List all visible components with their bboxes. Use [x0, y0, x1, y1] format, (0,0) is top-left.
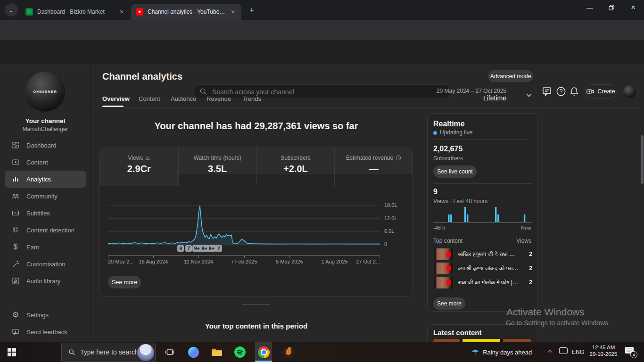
sidebar-item-subtitles[interactable]: Subtitles — [5, 205, 86, 222]
sidebar-item-dashboard[interactable]: Dashboard — [5, 137, 86, 154]
help-icon[interactable]: ? — [555, 86, 567, 97]
divider — [433, 140, 532, 140]
sidebar-item-audio-library[interactable]: Audio library — [5, 272, 86, 289]
new-tab-button[interactable]: + — [246, 5, 257, 16]
top-content-row[interactable]: क्या श्री कृष्णा जांबन्द को पराजित ... 2 — [433, 263, 532, 275]
sidebar-item-content[interactable]: Content — [5, 154, 86, 171]
feedback-icon[interactable] — [541, 86, 553, 97]
metric-value: +2.0L — [257, 164, 335, 174]
sidebar-item-content-detection[interactable]: © Content detection — [5, 222, 86, 239]
svg-text:?: ? — [560, 88, 563, 95]
chart-badge[interactable]: 7 — [185, 245, 192, 252]
video-views: 2 — [529, 251, 532, 257]
top-content-column-header: Top content — [433, 238, 462, 244]
channel-avatar-small[interactable] — [623, 85, 636, 98]
youtube-favicon — [136, 8, 143, 16]
sidebar-item-community[interactable]: Community — [5, 188, 86, 205]
create-label: Create — [597, 88, 615, 95]
browser-tab-dashboard[interactable]: Dashboard - Bizkro Market × — [21, 4, 130, 20]
window-close-button[interactable]: × — [622, 0, 644, 15]
page-title: Channel analytics — [102, 71, 182, 82]
section-divider — [242, 304, 270, 304]
notifications-bell-icon[interactable] — [569, 86, 580, 97]
notification-center-button[interactable]: 4 — [625, 346, 634, 355]
chart-badge[interactable]: 9+ — [207, 245, 216, 252]
sidebar-item-customisation[interactable]: Customisation — [5, 255, 86, 272]
close-icon[interactable]: × — [229, 8, 237, 16]
x-axis-tick: 16 Aug 2024 — [139, 259, 168, 264]
language-indicator[interactable]: ENG — [572, 349, 584, 355]
search-icon — [68, 349, 75, 356]
metric-value: — — [335, 164, 413, 174]
send-feedback-icon — [11, 328, 20, 336]
sidebar-item-label: Content — [26, 159, 48, 166]
analytics-chart-card: Views⚠ 2.9Cr Watch time (hours) 3.5L Sub… — [99, 148, 413, 296]
task-view-button[interactable] — [160, 342, 179, 362]
x-axis-tick: 11 Nov 2024 — [184, 259, 213, 264]
chart-badge[interactable]: 2 — [215, 245, 222, 252]
create-button[interactable]: Create — [585, 84, 617, 99]
sidebar-item-send-feedback[interactable]: Send feedback — [5, 323, 86, 340]
views-column-header: Views — [516, 238, 531, 244]
tray-chevron-up-icon[interactable] — [548, 349, 553, 354]
taskbar-clock[interactable]: 12:45 AM 29-10-2025 — [586, 345, 620, 357]
taskbar-search-input[interactable] — [80, 348, 137, 356]
fl-studio-button[interactable] — [279, 342, 298, 362]
y-axis-tick: 18.0L — [384, 202, 397, 208]
tab-content[interactable]: Content — [139, 95, 160, 102]
sidebar-item-earn[interactable]: $ Earn — [5, 239, 86, 255]
top-content-row[interactable]: आखिर हनुमान जी ने राधा जी के ... 2 — [433, 248, 532, 261]
updating-live-label: Updating live — [440, 129, 472, 136]
browser-toolbar: ← → ↻ ⌂ studio.youtube.com/channel/UCpOm… — [0, 20, 644, 40]
chrome-button[interactable] — [254, 342, 273, 362]
metric-label: Subscribers — [281, 155, 310, 161]
views-line-chart[interactable] — [108, 200, 380, 247]
search-icon — [199, 88, 207, 96]
browser-tab-channel-analytics[interactable]: Channel analytics - YouTube Stu × — [131, 4, 241, 20]
metric-tab-views[interactable]: Views⚠ 2.9Cr — [100, 148, 178, 186]
see-live-count-button[interactable]: See live count — [433, 165, 477, 178]
file-explorer-button[interactable] — [207, 342, 226, 362]
metric-tab-subscribers[interactable]: Subscribers +2.0L — [256, 148, 335, 186]
window-minimize-button[interactable]: — — [579, 0, 601, 15]
video-thumbnail — [433, 277, 454, 288]
studio-search-input[interactable] — [212, 88, 438, 96]
period-selector-value[interactable]: Lifetime — [424, 94, 506, 102]
chart-badge[interactable]: 8 — [177, 245, 184, 252]
bizkro-favicon — [25, 8, 33, 16]
close-icon[interactable]: × — [118, 8, 125, 16]
metric-tab-watch-time[interactable]: Watch time (hours) 3.5L — [178, 148, 256, 186]
chevron-down-icon: ⌄ — [9, 7, 14, 14]
sidebar-item-analytics[interactable]: Analytics — [5, 171, 86, 188]
spotify-button[interactable] — [231, 342, 249, 362]
tab-search-button[interactable]: ⌄ — [5, 3, 18, 16]
x-axis-tick-mark — [244, 256, 245, 258]
metric-tab-estimated-revenue[interactable]: Estimated revenue — — [334, 148, 413, 186]
taskbar-weather[interactable]: ☂ Rainy days ahead — [471, 342, 532, 362]
video-camera-plus-icon — [586, 87, 594, 96]
tab-revenue[interactable]: Revenue — [206, 95, 231, 102]
chevron-down-icon[interactable] — [525, 91, 533, 99]
sidebar-item-label: Dashboard — [26, 142, 57, 149]
community-icon — [11, 192, 20, 200]
studio-search-bar[interactable] — [193, 84, 451, 99]
realtime-bar-chart[interactable] — [433, 206, 532, 222]
channel-avatar-large[interactable]: OMNISHER — [25, 72, 65, 112]
line-chart-svg — [108, 200, 380, 247]
see-more-button[interactable]: See more — [433, 297, 465, 310]
tab-overview[interactable]: Overview — [102, 95, 130, 102]
start-button[interactable] — [6, 346, 18, 358]
top-content-row[interactable]: राधा जी का गोलोक मे प्रवेष | 🤩 ... 2 — [433, 277, 532, 289]
see-more-button[interactable]: See more — [108, 276, 141, 288]
taskbar-search-box[interactable] — [61, 343, 156, 362]
page-scrollbar-thumb[interactable] — [641, 135, 644, 184]
tab-audience[interactable]: Audience — [171, 95, 196, 102]
copilot-button[interactable] — [184, 342, 203, 362]
advanced-mode-button[interactable]: Advanced mode — [488, 70, 533, 82]
tablet-mode-icon[interactable] — [559, 347, 568, 354]
x-axis-tick-mark — [108, 256, 108, 258]
tab-trends[interactable]: Trends — [242, 95, 261, 102]
window-restore-button[interactable] — [601, 0, 622, 15]
video-title: आखिर हनुमान जी ने राधा जी के ... — [458, 251, 519, 257]
sidebar-item-settings[interactable]: ⚙ Settings — [5, 306, 86, 323]
